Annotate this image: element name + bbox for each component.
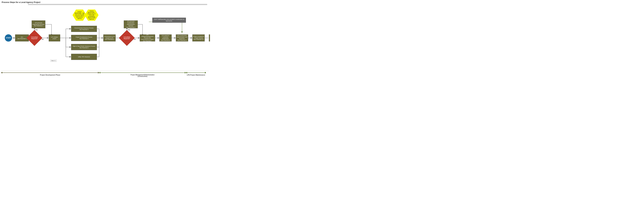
lpa-award-node: LPA award to Contractor MobilizationSee … [159,34,172,42]
lpa-const-node: LPA Construction Administration and Insp… [176,34,188,42]
lpa-letting-node: LPA Letting/Advertisement Process thru C… [140,34,155,42]
svg-text:YES: YES [128,29,130,30]
lpa-eng-node: LPA procures Engineering ServicesSee Flo… [32,20,45,28]
project-dev-node: Project Development ProcessSee Flowchart… [71,35,97,41]
phase-mgmt-section: Project Management/Administration(Constr… [99,72,186,78]
phase-maint-section: LPA Project Maintenance [186,72,206,78]
svg-text:NO: NO [134,39,136,40]
lpa-initiates-label: LPA initiates project [50,36,60,40]
video-tag: Video 0.1 [50,60,56,62]
lpa-const-label: LPA Construction Administration and Insp… [176,35,188,41]
lpa-cons-label: LPA procures Construction Administration… [124,20,137,28]
concurrence-node: Concurrence to Ad Issued to LPASee Flowc… [103,34,116,42]
lpa-cons-node: LPA procures Construction Administration… [124,20,138,28]
phase-dev-section: Project Development Phase [1,72,99,78]
iga-label: IGASee Flowchart 1 [17,36,26,40]
start-node: START [5,34,12,42]
row-node: Right of Way (ROW) Clearance ProcessSee … [71,44,97,50]
project-closure-node: Project ClosureSee Flowchart 11 [209,34,210,42]
milestone1-label: Federal MILESTONE – Top Part of Form 128… [74,11,85,19]
project-accept-label: Project Acceptance / Finals ProcessSee F… [193,36,204,40]
milestone2-node: Federal MILESTONE – Bottom Part of Form … [84,10,98,21]
cdot-label: CDOT Staff/Specialty Units included in c… [153,18,185,22]
svg-text:NO: NO [42,39,44,40]
env-label: Environmental Clearance ProcessSee Flowc… [74,27,94,30]
utility-node: Utility / RR Clearance [71,54,97,60]
project-dev-label: Project Development ProcessSee Flowchart… [76,36,92,40]
lpa-award-label: LPA award to Contractor MobilizationSee … [160,35,171,41]
row-label: Right of Way (ROW) Clearance ProcessSee … [73,46,95,48]
milestone1-node: Federal MILESTONE – Top Part of Form 128… [72,10,86,21]
video-label: Video 0.1 [51,60,56,61]
concurrence-label: Concurrence to Ad Issued to LPASee Flowc… [104,36,115,40]
consultant1-label: Consultant Required? [30,36,39,40]
phase-dev-label: Project Development Phase [40,74,60,76]
lpa-letting-label: LPA Letting/Advertisement Process thru C… [140,34,154,42]
env-node: Environmental Clearance ProcessSee Flowc… [71,26,97,32]
consultant2-node: Consultant Required? [119,30,135,46]
phase-maint-label: LPA Project Maintenance [187,74,205,76]
consultant1-node: Consultant Required? [26,30,42,46]
project-accept-node: Project Acceptance / Finals ProcessSee F… [192,34,205,42]
consultant2-label: Consultant Required? [122,36,132,40]
page-title: Process Steps for a Local Agency Project [0,0,210,4]
svg-text:YES: YES [35,29,38,30]
lpa-eng-label: LPA procures Engineering ServicesSee Flo… [32,22,45,26]
milestone2-label: Federal MILESTONE – Bottom Part of Form … [86,10,97,20]
utility-label: Utility / RR Clearance [78,56,90,58]
start-label: START [6,37,11,39]
diagram-container: YES NO YES [1,5,208,70]
lpa-initiates-node: LPA initiates project [49,34,60,42]
cdot-node: CDOT Staff/Specialty Units included in c… [152,18,186,23]
phase-mgmt-label: Project Management/Administration(Constr… [130,74,154,77]
